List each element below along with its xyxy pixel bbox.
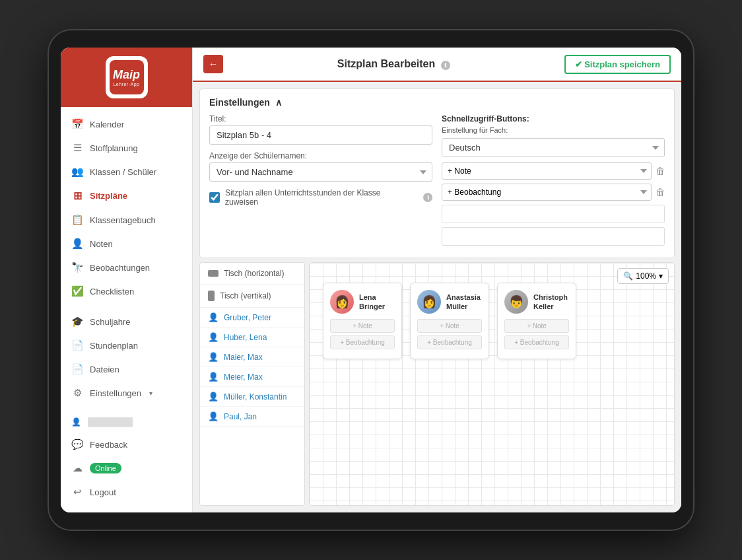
avatar: 👦 [504,290,528,314]
sidebar-item-label: Einstellungen [90,388,141,398]
grid-icon: ⊞ [71,190,83,202]
note-trash-button[interactable]: 🗑 [656,166,665,176]
sidebar-item-label: Checklisten [90,287,134,297]
col-left: Titel: Anzeige der Schülernamen: Vor- un… [209,114,432,250]
empty-select-1[interactable] [442,205,665,223]
avatar: 👩 [417,290,441,314]
sidebar-item-klassentagebuch[interactable]: 📋 Klassentagebuch [61,208,192,232]
beobachtung-button[interactable]: + Beobachtung [417,335,482,349]
avatar: 👩 [330,290,354,314]
beobachtung-button[interactable]: + Beobachtung [330,335,395,349]
student-item-paul[interactable]: 👤 Paul, Jan [200,407,304,427]
empty-select-2[interactable] [442,227,665,246]
logo-inner: Maip Lehrer-App [110,60,144,94]
sidebar-item-noten[interactable]: 👤 Noten [61,232,192,256]
note-button[interactable]: + Note [504,319,569,333]
student-label: Gruber, Peter [224,313,271,322]
student-item-maier[interactable]: 👤 Maier, Max [200,347,304,367]
student-item-meier[interactable]: 👤 Meier, Max [200,367,304,387]
student-item-gruber[interactable]: 👤 Gruber, Peter [200,308,304,328]
student-icon: 👤 [208,312,219,322]
student-card-anastasia-mueller[interactable]: 👩 Anastasia Müller + Note + Beobachtung [410,283,489,359]
sidebar-item-beobachtungen[interactable]: 🔭 Beobachtungen [61,256,192,279]
noten-icon: 👤 [71,238,83,250]
sidebar-item-logout[interactable]: ↩ Logout [61,480,192,504]
beobachtungen-icon: 🔭 [71,262,83,273]
sidebar-item-sitzplaene[interactable]: ⊞ Sitzpläne [61,184,192,208]
sidebar-item-label: Noten [90,239,113,249]
sidebar-item-einstellungen[interactable]: ⚙ Einstellungen ▾ [61,381,192,405]
assign-info-icon[interactable]: ℹ [423,193,432,202]
beobachtung-trash-button[interactable]: 🗑 [656,187,665,197]
settings-header[interactable]: Einstellungen ∧ [209,97,665,108]
content-area: Einstellungen ∧ Titel: Anzeige der Schül… [193,82,681,512]
student-icon: 👤 [208,332,219,342]
student-label: Meier, Max [224,372,263,382]
cloud-icon: ☁ [71,462,83,474]
name-display-select[interactable]: Vor- und Nachname Nachname, Vorname Nur … [209,162,432,182]
user-item: 👤 ████████ [61,411,192,433]
zoom-button[interactable]: 🔍 100% ▾ [617,268,669,284]
student-icon: 👤 [208,411,219,421]
logout-icon: ↩ [71,486,83,498]
schnell-sub: Einstellung für Fach: [442,126,665,134]
sidebar-item-stoffplanung[interactable]: ☰ Stoffplanung [61,136,192,160]
student-label: Maier, Max [224,353,263,362]
assign-checkbox[interactable] [209,192,220,203]
checklisten-icon: ✅ [71,285,83,297]
stundenplan-icon: 📄 [71,339,83,351]
sidebar-item-checklisten[interactable]: ✅ Checklisten [61,279,192,303]
sidebar-item-kalender[interactable]: 📅 Kalender [61,112,192,136]
bottom-area: Tisch (horizontal) Tisch (vertikal) 👤 Gr… [199,262,675,506]
main-content: ← Sitzplan Bearbeiten ℹ ✔ Sitzplan speic… [193,48,681,512]
zoom-chevron-icon: ▾ [659,271,663,281]
note-select[interactable]: + Note [442,162,652,180]
save-button[interactable]: ✔ Sitzplan speichern [564,55,671,74]
card-name: Anastasia Müller [446,293,481,312]
student-item-mueller[interactable]: 👤 Müller, Konstantin [200,387,304,407]
student-card-lena-bringer[interactable]: 👩 Lena Bringer + Note + Beobachtung [323,283,402,359]
logo-text-main: Maip [113,69,140,81]
student-icon: 👤 [208,392,219,402]
tool-tisch-horizontal[interactable]: Tisch (horizontal) [200,263,304,285]
tisch-vertikal-icon [208,291,215,301]
sidebar-item-label: Klassen / Schüler [90,167,156,177]
note-button[interactable]: + Note [417,319,482,333]
sidebar-item-online: ☁ Online [61,456,192,480]
chevron-up-icon: ∧ [275,97,282,108]
sidebar-item-klassen[interactable]: 👥 Klassen / Schüler [61,160,192,184]
top-bar: ← Sitzplan Bearbeiten ℹ ✔ Sitzplan speic… [193,48,681,82]
card-top: 👩 Lena Bringer [330,290,395,314]
fach-select[interactable]: Deutsch Mathematik Englisch [442,138,665,157]
sidebar-item-stundenplan[interactable]: 📄 Stundenplan [61,333,192,357]
col-right: Schnellzugriff-Buttons: Einstellung für … [442,114,665,250]
settings-title: Einstellungen [209,97,270,108]
tool-tisch-vertikal[interactable]: Tisch (vertikal) [200,285,304,308]
sidebar-item-feedback[interactable]: 💬 Feedback [61,433,192,456]
sidebar-item-label: Schuljahre [90,317,130,327]
schnell-title: Schnellzugriff-Buttons: [442,114,665,123]
tablet-frame: Maip Lehrer-App 📅 Kalender ☰ Stoffplanun… [48,29,694,531]
note-button[interactable]: + Note [330,319,395,333]
sidebar-nav: 📅 Kalender ☰ Stoffplanung 👥 Klassen / Sc… [61,107,192,512]
beobachtung-row: + Beobachtung 🗑 [442,184,665,201]
sidebar-logo: Maip Lehrer-App [61,48,192,107]
assign-label: Sitzplan allen Unterrichtsstunden der Kl… [225,188,415,207]
assign-checkbox-row: Sitzplan allen Unterrichtsstunden der Kl… [209,188,432,207]
sidebar-item-label: Stoffplanung [90,143,138,153]
student-card-christoph-keller[interactable]: 👦 Christoph Keller + Note + Beobachtung [497,283,576,359]
student-item-huber[interactable]: 👤 Huber, Lena [200,328,304,347]
logo-box: Maip Lehrer-App [106,56,148,98]
logo-text-sub: Lehrer-App [113,82,140,87]
stoffplanung-icon: ☰ [71,142,83,154]
info-icon[interactable]: ℹ [441,61,450,70]
tool-label: Tisch (vertikal) [220,291,271,300]
sidebar: Maip Lehrer-App 📅 Kalender ☰ Stoffplanun… [61,48,193,512]
beobachtung-button[interactable]: + Beobachtung [504,335,569,349]
sidebar-item-schuljahre[interactable]: 🎓 Schuljahre [61,310,192,333]
back-button[interactable]: ← [203,55,223,73]
sidebar-item-dateien[interactable]: 📄 Dateien [61,357,192,381]
beobachtung-select[interactable]: + Beobachtung [442,184,652,201]
title-input[interactable] [209,125,432,145]
settings-form: Titel: Anzeige der Schülernamen: Vor- un… [209,114,665,250]
